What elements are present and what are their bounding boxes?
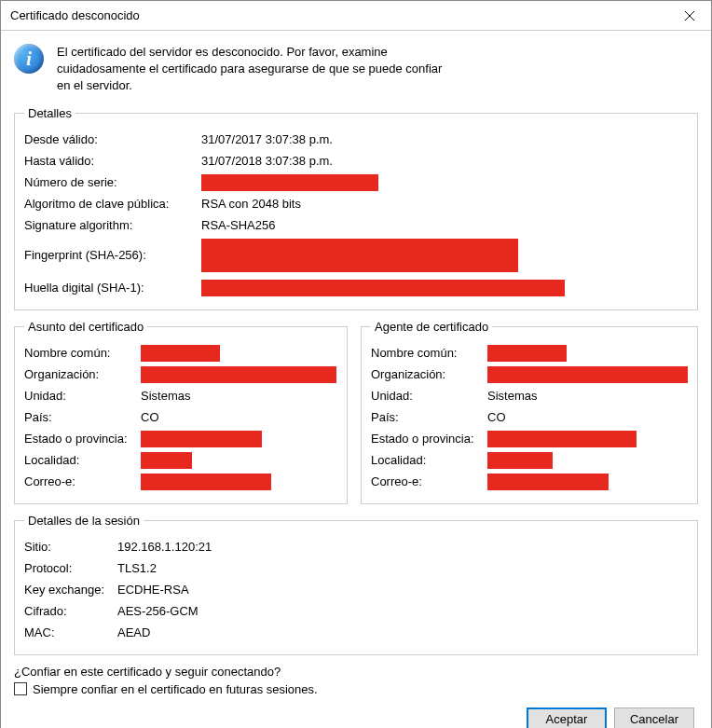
subject-org-redacted [141, 366, 336, 383]
close-button[interactable] [668, 1, 711, 30]
cipher-label: Cifrado: [24, 604, 117, 618]
subject-org-label: Organización: [24, 367, 141, 381]
subject-email-redacted [141, 474, 271, 490]
site-label: Sitio: [24, 540, 117, 554]
subject-cn-redacted [141, 345, 220, 362]
subject-country-label: País: [24, 410, 141, 424]
subject-state-label: Estado o provincia: [24, 432, 141, 446]
mac-label: MAC: [24, 625, 117, 639]
subject-state-redacted [141, 431, 262, 447]
dialog-content: i El certificado del servidor es descono… [1, 31, 711, 728]
issuer-group: Agente de certificado Nombre común: Orga… [361, 320, 698, 504]
close-icon [684, 10, 695, 21]
issuer-locality-redacted [487, 452, 553, 469]
sigalg-value: RSA-SHA256 [201, 218, 275, 232]
subject-cn-label: Nombre común: [24, 346, 141, 360]
pubkey-label: Algoritmo de clave pública: [24, 197, 201, 211]
info-icon: i [14, 44, 44, 74]
issuer-country-value: CO [487, 410, 506, 424]
pubkey-value: RSA con 2048 bits [201, 197, 301, 211]
valid-to-value: 31/07/2018 3:07:38 p.m. [201, 154, 333, 168]
accept-button[interactable]: Aceptar [527, 707, 607, 728]
subject-unit-label: Unidad: [24, 389, 141, 403]
details-legend: Detalles [24, 106, 75, 120]
issuer-email-label: Correo-e: [371, 474, 487, 488]
fp256-label: Fingerprint (SHA-256): [24, 248, 201, 262]
serial-redacted [201, 174, 378, 191]
issuer-org-label: Organización: [371, 367, 487, 381]
trust-question: ¿Confiar en este certificado y seguir co… [14, 665, 698, 679]
titlebar: Certificado desconocido [1, 1, 711, 31]
sigalg-label: Signature algorithm: [24, 218, 201, 232]
subject-locality-redacted [141, 452, 192, 469]
valid-to-label: Hasta válido: [24, 154, 201, 168]
subject-locality-label: Localidad: [24, 453, 141, 467]
cancel-button[interactable]: Cancelar [614, 707, 694, 728]
fp1-label: Huella digital (SHA-1): [24, 281, 201, 295]
kex-value: ECDHE-RSA [117, 583, 189, 597]
issuer-org-redacted [487, 366, 688, 383]
always-trust-checkbox[interactable] [14, 682, 27, 695]
cipher-value: AES-256-GCM [117, 604, 199, 618]
subject-legend: Asunto del certificado [24, 320, 147, 334]
intro-row: i El certificado del servidor es descono… [14, 44, 698, 95]
subject-email-label: Correo-e: [24, 474, 141, 488]
proto-value: TLS1.2 [117, 561, 157, 575]
issuer-unit-value: Sistemas [487, 389, 537, 403]
issuer-legend: Agente de certificado [371, 320, 492, 334]
valid-from-value: 31/07/2017 3:07:38 p.m. [201, 132, 333, 146]
issuer-unit-label: Unidad: [371, 389, 487, 403]
issuer-country-label: País: [371, 410, 487, 424]
session-legend: Detalles de la sesión [24, 514, 144, 528]
intro-text: El certificado del servidor es desconoci… [57, 44, 448, 95]
always-trust-label: Siempre confiar en el certificado en fut… [33, 682, 318, 696]
valid-from-label: Desde válido: [24, 132, 201, 146]
session-group: Detalles de la sesión Sitio:192.168.1.12… [14, 514, 698, 655]
subject-country-value: CO [141, 410, 159, 424]
fp1-redacted [201, 280, 565, 296]
issuer-cn-label: Nombre común: [371, 346, 487, 360]
issuer-cn-redacted [487, 345, 567, 362]
mac-value: AEAD [117, 625, 150, 639]
issuer-state-redacted [487, 431, 637, 447]
subject-group: Asunto del certificado Nombre común: Org… [14, 320, 348, 504]
proto-label: Protocol: [24, 561, 117, 575]
window-title: Certificado desconocido [10, 8, 140, 22]
serial-label: Número de serie: [24, 175, 201, 189]
issuer-email-redacted [487, 474, 609, 490]
issuer-locality-label: Localidad: [371, 453, 487, 467]
site-value: 192.168.1.120:21 [117, 540, 212, 554]
issuer-state-label: Estado o provincia: [371, 432, 487, 446]
details-group: Detalles Desde válido:31/07/2017 3:07:38… [14, 106, 698, 310]
fp256-redacted [201, 239, 518, 272]
kex-label: Key exchange: [24, 583, 117, 597]
subject-unit-value: Sistemas [141, 389, 190, 403]
